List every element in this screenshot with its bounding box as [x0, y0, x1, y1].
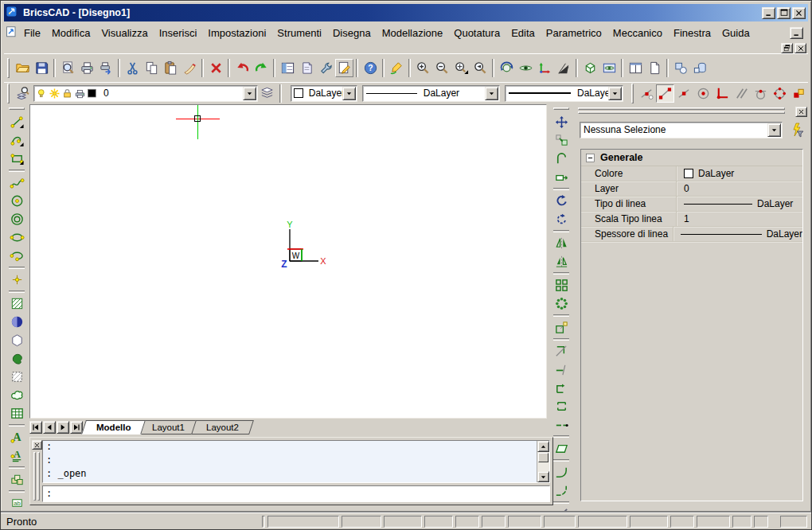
quick-select-button[interactable] — [788, 121, 806, 138]
property-value[interactable]: DaLayer — [673, 227, 802, 241]
properties-panel-grip[interactable] — [578, 107, 785, 110]
status-pane[interactable] — [342, 516, 381, 528]
linetype-selector[interactable]: DaLayer — [362, 85, 500, 102]
lineweight-selector[interactable]: DaLayer — [505, 85, 623, 102]
menu-parametrico[interactable]: Parametrico — [541, 25, 607, 41]
status-pane[interactable] — [754, 516, 768, 528]
menu-edita[interactable]: Edita — [506, 25, 541, 41]
close-button[interactable] — [792, 7, 806, 19]
tab-nav-first-icon[interactable] — [29, 421, 42, 434]
zoom-previous-button[interactable] — [470, 58, 490, 77]
property-value[interactable]: DaLayer — [677, 166, 802, 181]
linetype-dropdown-arrow-icon[interactable] — [485, 87, 498, 100]
toolbar-grip[interactable] — [7, 58, 10, 78]
snap-center-button[interactable] — [693, 84, 712, 103]
spline-button[interactable] — [7, 173, 26, 192]
undo-button[interactable] — [232, 58, 252, 77]
toolbar-grip[interactable] — [9, 107, 25, 110]
menu-guida[interactable]: Guida — [716, 25, 755, 41]
settings-button[interactable] — [316, 58, 335, 77]
chamfer-button[interactable] — [552, 481, 571, 500]
snap-midpoint-button[interactable] — [674, 84, 693, 103]
selection-dropdown-arrow-icon[interactable] — [767, 123, 781, 137]
hatch-button[interactable] — [7, 294, 26, 313]
save-button[interactable] — [32, 58, 51, 77]
extend-button[interactable] — [552, 360, 571, 379]
tab-nav-last-icon[interactable] — [70, 421, 83, 434]
ellipse-arc-button[interactable] — [7, 247, 26, 265]
menu-modifica[interactable]: Modifica — [46, 25, 96, 41]
status-pane[interactable] — [424, 516, 453, 528]
property-value[interactable]: 1 — [677, 212, 802, 226]
scrollbar-track[interactable] — [537, 463, 549, 471]
scroll-up-icon[interactable] — [537, 441, 549, 452]
tab-layout2[interactable]: Layout2 — [191, 420, 254, 435]
copy-button[interactable] — [142, 58, 161, 77]
status-pane[interactable] — [544, 516, 576, 528]
layers-manager-button[interactable] — [258, 84, 277, 103]
menu-meccanico[interactable]: Meccanico — [607, 25, 668, 41]
snap-endpoint-button[interactable] — [656, 84, 674, 103]
line-button[interactable] — [7, 113, 26, 131]
drawing-explorer-button[interactable] — [297, 58, 316, 77]
explore-layers-button[interactable] — [13, 84, 32, 103]
menu-modellazione[interactable]: Modellazione — [377, 25, 449, 41]
plot-settings-button[interactable] — [96, 58, 115, 77]
snap-parallel-button[interactable] — [732, 84, 751, 103]
mdi-restore-button[interactable] — [781, 43, 793, 53]
offset-button[interactable] — [552, 150, 571, 168]
text-button[interactable]: A — [7, 428, 26, 446]
match-properties-button[interactable] — [180, 58, 199, 77]
revcloud-button[interactable] — [7, 386, 26, 404]
table-button[interactable] — [7, 404, 26, 423]
toolbar-grip[interactable] — [7, 84, 10, 103]
property-value[interactable]: 0 — [677, 181, 802, 196]
print-button[interactable] — [77, 58, 96, 77]
donut-button[interactable] — [7, 210, 26, 228]
solids-button[interactable] — [690, 58, 709, 77]
scroll-down-icon[interactable] — [537, 471, 549, 482]
explode-button[interactable] — [552, 439, 571, 458]
snap-perpendicular-button[interactable] — [712, 84, 732, 103]
command-panel-grip[interactable] — [37, 452, 40, 501]
status-pane[interactable] — [455, 516, 479, 528]
toolbar-grip[interactable] — [553, 107, 569, 110]
menu-inserisci[interactable]: Inserisci — [154, 25, 203, 41]
menu-strumenti[interactable]: Strumenti — [271, 25, 327, 41]
look-from-button[interactable] — [516, 58, 535, 77]
status-pane[interactable] — [262, 516, 265, 528]
snap-insertion-button[interactable] — [789, 84, 808, 103]
rotate-button[interactable] — [552, 192, 571, 210]
edit-polyline-button[interactable] — [552, 379, 571, 397]
command-panel-close-icon[interactable] — [32, 440, 42, 450]
snap-tangent-button[interactable] — [751, 84, 770, 103]
property-value[interactable]: DaLayer — [677, 197, 802, 211]
paste-button[interactable] — [161, 58, 180, 77]
redline-button[interactable] — [387, 58, 406, 77]
wipeout-button[interactable] — [7, 368, 26, 386]
mdi-close-button[interactable] — [794, 43, 806, 53]
stretch-button[interactable] — [552, 168, 571, 186]
mtext-button[interactable]: A — [7, 446, 26, 465]
attribute-button[interactable]: ab — [7, 494, 26, 512]
options-button[interactable] — [335, 59, 353, 77]
status-pane[interactable] — [780, 516, 807, 528]
tile-windows-button[interactable] — [626, 58, 645, 77]
gradient-button[interactable] — [7, 313, 26, 331]
copy-entity-button[interactable] — [552, 131, 571, 150]
zoom-in-button[interactable] — [413, 58, 432, 77]
orbit-button[interactable] — [497, 58, 516, 77]
snap-quadrant-button[interactable] — [770, 84, 789, 103]
zoom-window-button[interactable] — [451, 58, 470, 77]
tab-modello[interactable]: Modello — [81, 420, 146, 435]
status-pane[interactable] — [482, 516, 506, 528]
lineweight-dropdown-arrow-icon[interactable] — [608, 87, 622, 100]
ucs-button[interactable] — [535, 58, 554, 77]
menu-disegna[interactable]: Disegna — [327, 25, 377, 41]
command-input[interactable]: : — [42, 485, 550, 502]
region-button[interactable] — [7, 349, 26, 368]
delete-button[interactable] — [206, 58, 225, 77]
minimize-button[interactable] — [762, 7, 775, 19]
ellipse-button[interactable] — [7, 228, 26, 247]
polyline-button[interactable] — [7, 131, 26, 150]
